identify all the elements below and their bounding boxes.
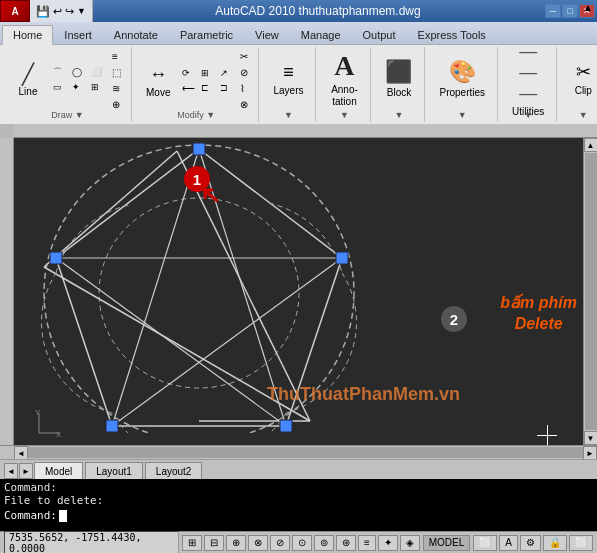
ortho-button[interactable]: ⊕ xyxy=(226,535,246,551)
tab-model[interactable]: Model xyxy=(34,462,83,479)
layers-group-label: ▼ xyxy=(284,110,293,120)
svg-text:X: X xyxy=(56,430,62,438)
vertical-scrollbar[interactable]: ▲ ▼ xyxy=(583,138,597,445)
clip-group-label: ▼ xyxy=(579,110,588,120)
svg-line-8 xyxy=(112,149,199,426)
polar-button[interactable]: ⊗ xyxy=(248,535,268,551)
utilities-group-label: ▼ xyxy=(524,110,533,120)
coordinates-display: 7535.5652, -1751.4430, 0.0000 xyxy=(4,531,179,554)
vscroll-up[interactable]: ▲ xyxy=(584,138,598,152)
dyn-button[interactable]: ⊛ xyxy=(336,535,356,551)
maximize-button[interactable]: □ xyxy=(562,4,578,18)
clean-screen-btn[interactable]: ⬜ xyxy=(569,535,593,551)
draw-btn-1[interactable]: ⌒ xyxy=(49,65,67,79)
line-button[interactable]: ╱ Line xyxy=(10,52,46,110)
annotation-group-label: ▼ xyxy=(340,110,349,120)
draw-btn-10[interactable]: ⊕ xyxy=(108,97,125,112)
tab-output[interactable]: Output xyxy=(352,24,407,44)
lw-button[interactable]: ≡ xyxy=(358,535,376,551)
status-bar: 7535.5652, -1751.4430, 0.0000 ⊞ ⊟ ⊕ ⊗ ⊘ … xyxy=(0,531,597,553)
draw-btn-3[interactable]: ⬜ xyxy=(87,65,105,79)
utilities-button[interactable]: ——— Utilities xyxy=(506,50,550,108)
snap-button[interactable]: ⊞ xyxy=(182,535,202,551)
vscroll-down[interactable]: ▼ xyxy=(584,431,598,445)
ruler-corner xyxy=(0,124,14,138)
hscroll-left[interactable]: ◄ xyxy=(14,446,28,460)
ducs-button[interactable]: ⊚ xyxy=(314,535,334,551)
tab-parametric[interactable]: Parametric xyxy=(169,24,244,44)
tab-scroll-right[interactable]: ► xyxy=(19,463,33,479)
annotation-text: bấm phím Delete xyxy=(500,293,577,335)
mod-btn-7[interactable]: ✂ xyxy=(236,49,252,64)
tab-view[interactable]: View xyxy=(244,24,290,44)
tab-layout2[interactable]: Layout2 xyxy=(145,462,203,479)
tab-express-tools[interactable]: Express Tools xyxy=(407,24,497,44)
redo-icon[interactable]: ↪ xyxy=(65,5,74,18)
lock-btn[interactable]: 🔒 xyxy=(543,535,567,551)
mod-btn-3[interactable]: ↗ xyxy=(216,66,234,80)
minimize-ribbon-button[interactable]: ▲ xyxy=(583,2,593,13)
mod-btn-1[interactable]: ⟳ xyxy=(178,66,196,80)
app-logo[interactable]: A xyxy=(0,0,30,22)
undo-icon[interactable]: ↩ xyxy=(53,5,62,18)
qs-button[interactable]: ◈ xyxy=(400,535,420,551)
tab-manage[interactable]: Manage xyxy=(290,24,352,44)
draw-btn-9[interactable]: ≋ xyxy=(108,81,125,96)
modify-group: ↔ Move ⟳ ⊞ ↗ ⟵ ⊏ ⊐ ✂ ⊘ ⌇ xyxy=(134,47,259,122)
mod-btn-9[interactable]: ⌇ xyxy=(236,81,252,96)
draw-group: ╱ Line ⌒ ◯ ⬜ ▭ ✦ ⊞ ≡ ⬚ ≋ xyxy=(4,47,132,122)
draw-btn-8[interactable]: ⬚ xyxy=(108,65,125,80)
draw-btn-6[interactable]: ⊞ xyxy=(87,80,105,94)
annotation-button[interactable]: A Anno-tation xyxy=(324,50,364,108)
svg-text:Y: Y xyxy=(35,408,41,417)
clip-button[interactable]: ✂ Clip xyxy=(565,50,597,108)
model-space-button[interactable]: MODEL xyxy=(423,535,471,551)
layers-group: ≡ Layers ▼ xyxy=(261,47,316,122)
utilities-group: ——— Utilities ▼ xyxy=(500,47,557,122)
drawing-canvas[interactable]: 1 ➜ 2 bấm phím Delete ThuThuatPhanMem.vn xyxy=(14,138,597,445)
workspace-btn[interactable]: ⚙ xyxy=(520,535,541,551)
svg-point-1 xyxy=(99,198,299,388)
vscroll-track[interactable] xyxy=(585,153,597,430)
grid-button[interactable]: ⊟ xyxy=(204,535,224,551)
svg-rect-15 xyxy=(106,420,118,432)
svg-line-11 xyxy=(56,258,286,426)
dropdown-arrow-icon[interactable]: ▼ xyxy=(77,6,86,16)
hscroll-right[interactable]: ► xyxy=(583,446,597,460)
mod-btn-10[interactable]: ⊗ xyxy=(236,97,252,112)
mod-btn-4[interactable]: ⟵ xyxy=(178,81,196,95)
anno-btn[interactable]: A xyxy=(499,535,518,551)
tab-home[interactable]: Home xyxy=(2,25,53,45)
draw-btn-4[interactable]: ▭ xyxy=(49,80,67,94)
block-group: ⬛ Block ▼ xyxy=(373,47,425,122)
tab-insert[interactable]: Insert xyxy=(53,24,103,44)
osnap-button[interactable]: ⊘ xyxy=(270,535,290,551)
block-button[interactable]: ⬛ Block xyxy=(379,50,418,108)
mod-btn-2[interactable]: ⊞ xyxy=(197,66,215,80)
mod-btn-5[interactable]: ⊏ xyxy=(197,81,215,95)
properties-group: 🎨 Properties ▼ xyxy=(427,47,498,122)
draw-btn-7[interactable]: ≡ xyxy=(108,49,125,64)
tab-scroll-left[interactable]: ◄ xyxy=(4,463,18,479)
properties-button[interactable]: 🎨 Properties xyxy=(433,50,491,108)
cmd-prompt-label: Command: xyxy=(4,509,57,522)
mod-btn-8[interactable]: ⊘ xyxy=(236,65,252,80)
hscroll-track[interactable] xyxy=(28,447,583,458)
vp-btn[interactable]: ⬜ xyxy=(473,535,497,551)
draw-btn-2[interactable]: ◯ xyxy=(68,65,86,79)
tp-button[interactable]: ✦ xyxy=(378,535,398,551)
cmd-prompt-row[interactable]: Command: xyxy=(4,509,593,522)
move-button[interactable]: ↔ Move xyxy=(140,52,176,110)
mod-btn-6[interactable]: ⊐ xyxy=(216,81,234,95)
svg-rect-12 xyxy=(193,143,205,155)
cmd-cursor xyxy=(59,510,67,522)
minimize-button[interactable]: ─ xyxy=(545,4,561,18)
cmd-line-2: File to delete: xyxy=(4,494,593,507)
tab-annotate[interactable]: Annotate xyxy=(103,24,169,44)
layout-tab-bar: ◄ ► Model Layout1 Layout2 xyxy=(0,459,597,479)
tab-layout1[interactable]: Layout1 xyxy=(85,462,143,479)
draw-btn-5[interactable]: ✦ xyxy=(68,80,86,94)
quick-save-icon[interactable]: 💾 xyxy=(36,5,50,18)
otrack-button[interactable]: ⊙ xyxy=(292,535,312,551)
layers-button[interactable]: ≡ Layers xyxy=(267,50,309,108)
